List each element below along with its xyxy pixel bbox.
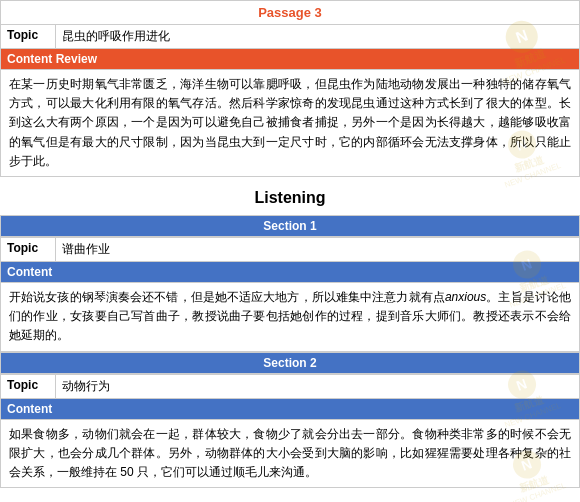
anxious-word: anxious (445, 290, 486, 304)
section1-content-text: 开始说女孩的钢琴演奏会还不错，但是她不适应大地方，所以难集中注意力就有点anxi… (0, 282, 580, 352)
passage3-content-text: 在某一历史时期氧气非常匮乏，海洋生物可以靠腮呼吸，但昆虫作为陆地动物发展出一种独… (0, 69, 580, 177)
passage3-header: Passage 3 (0, 0, 580, 24)
section1-topic-value: 谱曲作业 (56, 238, 579, 261)
section2-topic-value: 动物行为 (56, 375, 579, 398)
passage3-topic-row: Topic 昆虫的呼吸作用进化 (0, 24, 580, 48)
passage3-topic-label: Topic (1, 25, 56, 48)
section1-header: Section 1 (0, 215, 580, 237)
section1-content-header: Content (0, 261, 580, 282)
section2-topic-row: Topic 动物行为 (0, 374, 580, 398)
section1-topic-label: Topic (1, 238, 56, 261)
listening-header: Listening (0, 177, 580, 215)
section2-content-text: 如果食物多，动物们就会在一起，群体较大，食物少了就会分出去一部分。食物种类非常多… (0, 419, 580, 489)
section1-topic-row: Topic 谱曲作业 (0, 237, 580, 261)
section2-content-header: Content (0, 398, 580, 419)
passage3-content-header: Content Review (0, 48, 580, 69)
passage3-topic-value: 昆虫的呼吸作用进化 (56, 25, 579, 48)
section2-topic-label: Topic (1, 375, 56, 398)
section2-header: Section 2 (0, 352, 580, 374)
